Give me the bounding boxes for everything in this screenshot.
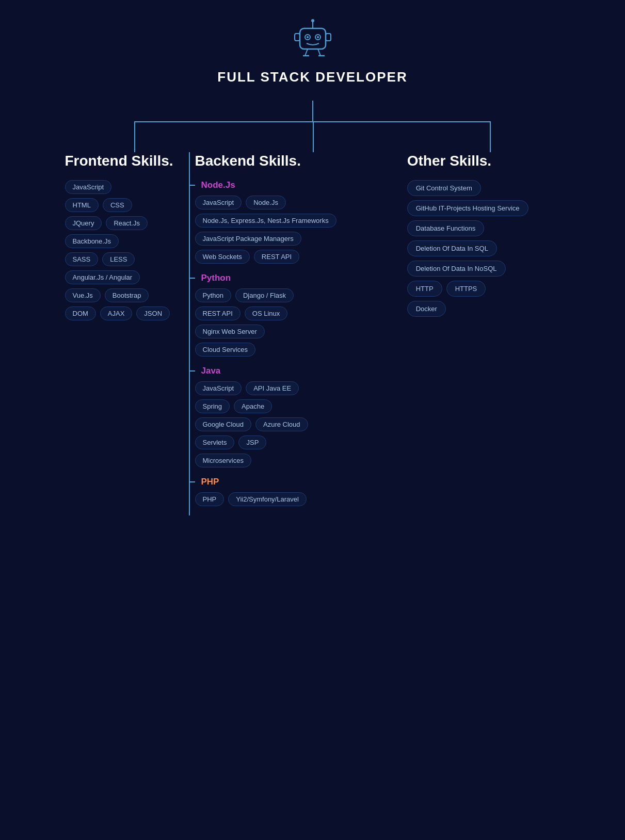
- frontend-skills-row-7: Vue.Js Bootstrap: [65, 288, 184, 302]
- skill-tag: Microservices: [195, 454, 251, 467]
- nodejs-row-4: Web Sockets REST API: [195, 250, 392, 264]
- frontend-skills-row-8: DOM AJAX JSON: [65, 306, 184, 320]
- skill-tag: Vue.Js: [65, 288, 101, 302]
- backend-title: Backend Skills.: [195, 152, 392, 170]
- frontend-skills-row-1: JavaScript: [65, 180, 184, 194]
- nodejs-row-2: Node.Js, Express.Js, Nest.Js Frameworks: [195, 214, 392, 228]
- php-section: PHP PHP Yii2/Symfony/Laravel: [195, 477, 392, 506]
- java-title: Java: [195, 366, 392, 376]
- frontend-skills-row-2: HTML CSS: [65, 198, 184, 212]
- skill-tag: GitHub IT-Projects Hosting Service: [407, 200, 528, 216]
- frontend-skills-row-3: JQuery React.Js: [65, 216, 184, 230]
- columns: Frontend Skills. JavaScript HTML CSS JQu…: [65, 152, 560, 515]
- svg-point-6: [311, 19, 314, 22]
- root-line: [312, 101, 313, 121]
- skill-tag: Deletion Of Data In SQL: [407, 240, 497, 256]
- python-section: Python Python Django / Flask REST API OS…: [195, 273, 392, 357]
- skill-tag: Azure Cloud: [255, 417, 308, 431]
- skill-tag: HTTP: [407, 281, 442, 297]
- svg-point-4: [317, 36, 319, 38]
- branch-right: [490, 121, 491, 152]
- skill-tag: Google Cloud: [195, 417, 252, 431]
- skill-tag: Database Functions: [407, 220, 485, 236]
- svg-rect-7: [295, 34, 300, 41]
- other-row-4: Deletion Of Data In SQL: [407, 240, 497, 256]
- skill-tag: JQuery: [65, 216, 102, 230]
- java-section: Java JavaScript API Java EE Spring Apach…: [195, 366, 392, 467]
- skill-tag: Python: [195, 288, 231, 302]
- other-row-3: Database Functions: [407, 220, 485, 236]
- skill-tag: Angular.Js / Angular: [65, 270, 140, 284]
- python-row-2: REST API OS Linux: [195, 306, 392, 320]
- skill-tag: JavaScript: [65, 180, 112, 194]
- python-row-3: Nginx Web Server: [195, 325, 392, 338]
- java-row-4: Servlets JSP: [195, 435, 392, 449]
- skill-tag: LESS: [102, 252, 135, 266]
- skill-tag: Nginx Web Server: [195, 325, 265, 338]
- skill-tag: Spring: [195, 399, 230, 413]
- other-row-5: Deletion Of Data In NoSQL: [407, 261, 506, 277]
- skill-tag: Servlets: [195, 435, 235, 449]
- backend-column: Backend Skills. Node.Js JavaScript Node.…: [189, 152, 397, 515]
- skill-tag: Git Control System: [407, 180, 481, 196]
- python-row-1: Python Django / Flask: [195, 288, 392, 302]
- frontend-skills-row-6: Angular.Js / Angular: [65, 270, 184, 284]
- nodejs-row-3: JavaScript Package Managers: [195, 232, 392, 246]
- java-row-3: Google Cloud Azure Cloud: [195, 417, 392, 431]
- skill-tag: OS Linux: [245, 306, 287, 320]
- skill-tag: SASS: [65, 252, 99, 266]
- java-row-2: Spring Apache: [195, 399, 392, 413]
- skill-tag: React.Js: [106, 216, 148, 230]
- skill-tag: Docker: [407, 301, 446, 317]
- branch-connector: [65, 121, 560, 152]
- nodejs-section: Node.Js JavaScript Node.Js Node.Js, Expr…: [195, 180, 392, 264]
- skill-tag: DOM: [65, 306, 96, 320]
- php-row-1: PHP Yii2/Symfony/Laravel: [195, 492, 392, 506]
- skill-tag: HTML: [65, 198, 99, 212]
- branch-left: [134, 121, 135, 152]
- logo-icon: [290, 15, 336, 62]
- php-title: PHP: [195, 477, 392, 487]
- tree-root: [65, 101, 560, 152]
- python-title: Python: [195, 273, 392, 283]
- skill-tag: Bootstrap: [105, 288, 149, 302]
- skill-tag: Cloud Services: [195, 343, 255, 357]
- java-row-5: Microservices: [195, 454, 392, 467]
- skill-tag: Backbone.Js: [65, 234, 119, 248]
- page-title: FULL STACK DEVELOPER: [217, 69, 407, 85]
- skill-tag: JSP: [238, 435, 266, 449]
- frontend-title: Frontend Skills.: [65, 152, 184, 170]
- svg-point-3: [307, 36, 309, 38]
- skill-tag: REST API: [254, 250, 299, 264]
- skill-tag: JavaScript: [195, 381, 242, 395]
- skill-tag: Yii2/Symfony/Laravel: [228, 492, 307, 506]
- skill-tag: Web Sockets: [195, 250, 250, 264]
- skill-tag: CSS: [103, 198, 132, 212]
- frontend-skills-row-4: Backbone.Js: [65, 234, 184, 248]
- logo-area: [290, 15, 336, 64]
- skill-tag: Django / Flask: [235, 288, 294, 302]
- branch-center: [313, 121, 314, 152]
- nodejs-row-1: JavaScript Node.Js: [195, 196, 392, 209]
- skill-tag: Apache: [234, 399, 272, 413]
- skill-tag: API Java EE: [246, 381, 299, 395]
- svg-line-9: [305, 49, 308, 56]
- skill-tag: PHP: [195, 492, 225, 506]
- skill-tag: HTTPS: [446, 281, 486, 297]
- nodejs-title: Node.Js: [195, 180, 392, 190]
- skill-tag: AJAX: [100, 306, 133, 320]
- other-row-2: GitHub IT-Projects Hosting Service: [407, 200, 528, 216]
- other-column: Other Skills. Git Control System GitHub …: [397, 152, 560, 317]
- python-row-4: Cloud Services: [195, 343, 392, 357]
- other-skills-area: Git Control System GitHub IT-Projects Ho…: [407, 180, 560, 317]
- java-row-1: JavaScript API Java EE: [195, 381, 392, 395]
- skill-tag: JavaScript: [195, 196, 242, 209]
- svg-rect-8: [326, 34, 331, 41]
- frontend-skills-row-5: SASS LESS: [65, 252, 184, 266]
- skill-tag: Node.Js: [246, 196, 286, 209]
- skill-tag: Deletion Of Data In NoSQL: [407, 261, 506, 277]
- other-row-6: HTTP HTTPS: [407, 281, 486, 297]
- skill-tag: JSON: [136, 306, 170, 320]
- skill-tag: Node.Js, Express.Js, Nest.Js Frameworks: [195, 214, 336, 228]
- skill-tag: JavaScript Package Managers: [195, 232, 301, 246]
